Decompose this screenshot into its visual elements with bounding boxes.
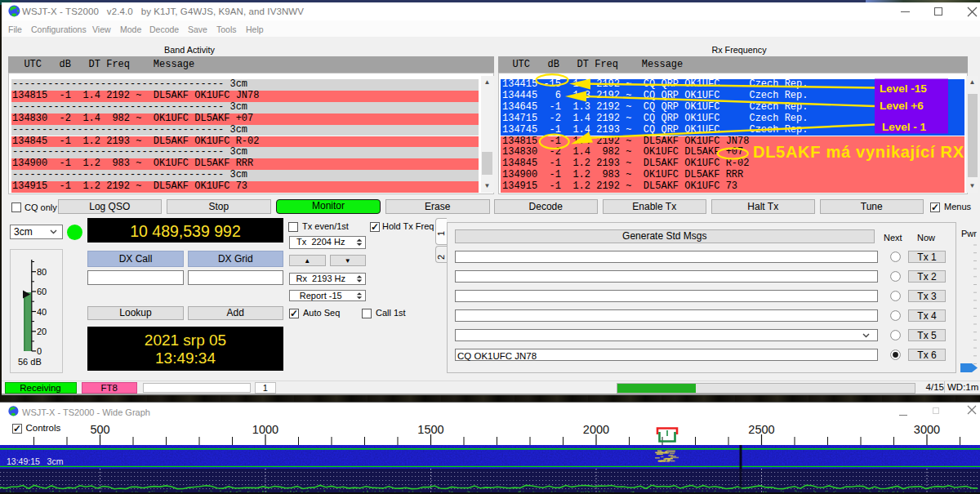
svg-text:Level - 1: Level - 1: [882, 121, 927, 133]
svg-text:80: 80: [37, 267, 47, 277]
svg-text:1500: 1500: [417, 423, 443, 436]
svg-text:DL5AKF má vynikající RX: DL5AKF má vynikající RX: [753, 143, 964, 161]
svg-text:Level -15: Level -15: [880, 82, 927, 95]
svg-text:60: 60: [37, 287, 47, 296]
svg-text:500: 500: [90, 423, 109, 436]
svg-text:20: 20: [37, 327, 47, 336]
svg-text:3000: 3000: [914, 423, 940, 436]
svg-text:Level +6: Level +6: [880, 100, 924, 112]
svg-text:0: 0: [37, 346, 42, 356]
svg-text:2500: 2500: [748, 423, 774, 436]
svg-text:2000: 2000: [583, 423, 609, 436]
svg-text:13:49:15 3cm: 13:49:15 3cm: [7, 456, 64, 466]
svg-text:40: 40: [37, 307, 47, 317]
svg-text:1000: 1000: [252, 423, 278, 436]
